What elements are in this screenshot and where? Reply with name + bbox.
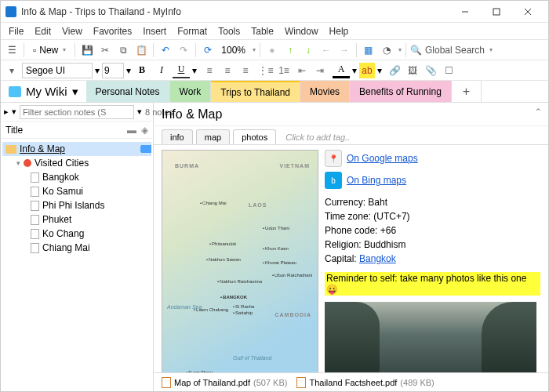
thailand-photo: [325, 302, 536, 372]
close-button[interactable]: [512, 3, 544, 20]
disc-icon[interactable]: ●: [264, 42, 280, 58]
font-size-input[interactable]: [102, 63, 124, 78]
paste-icon[interactable]: 📋: [133, 42, 149, 58]
thailand-map: BURMA VIETNAM LAOS CAMBODIA VIETNAM Chia…: [162, 150, 318, 372]
align-right-icon[interactable]: ≡: [238, 63, 253, 78]
tree-icon[interactable]: ☰: [4, 42, 20, 58]
tree-item-visited-cities[interactable]: ▾ Visited Cities: [2, 156, 151, 170]
reminder-text: Reminder to self: take many photos like …: [325, 272, 540, 296]
svg-rect-1: [493, 9, 500, 15]
tab-benefits-running[interactable]: Benefits of Running: [350, 81, 452, 102]
cut-icon[interactable]: ✂: [97, 42, 113, 58]
note-tab-photos[interactable]: photos: [233, 129, 276, 144]
underline-button[interactable]: U: [173, 63, 190, 78]
format-toolbar: ▾ ▾ ▾ B I U ▾ ≡ ≡ ≡ ⋮≡ 1≡ ⇤ ⇥ A ▾ ab ▾ 🔗…: [1, 60, 548, 81]
doc-icon: [31, 215, 39, 225]
menu-view[interactable]: View: [57, 24, 87, 38]
tree-item-bangkok[interactable]: Bangkok: [2, 170, 151, 184]
chat-icon: ▬: [127, 125, 136, 136]
image-icon[interactable]: 🖼: [405, 63, 420, 78]
refresh-icon[interactable]: ⟳: [200, 42, 216, 58]
tree-item-ko-samui[interactable]: Ko Samui: [2, 184, 151, 198]
zoom-level[interactable]: 100%: [218, 43, 249, 57]
pin-icon: [24, 159, 31, 167]
app-icon: [5, 6, 16, 17]
outdent-icon[interactable]: ⇤: [294, 63, 310, 78]
tree-item-phuket[interactable]: Phuket: [2, 212, 151, 227]
tag-icon: [140, 145, 151, 153]
global-search[interactable]: 🔍 Global Search ▾: [410, 45, 493, 56]
tag-col-icon: ◈: [141, 125, 148, 136]
align-center-icon[interactable]: ≡: [220, 63, 235, 78]
tree-item-ko-chang[interactable]: Ko Chang: [2, 227, 151, 241]
chevron-down-icon: ▾: [63, 46, 66, 53]
bing-maps-link[interactable]: b On Bing maps: [325, 172, 540, 189]
workspace-tabs: My Wiki ▾ Personal Notes Work Trips to T…: [1, 81, 548, 103]
filter-input[interactable]: [20, 105, 134, 119]
menu-favorites[interactable]: Favorites: [89, 24, 136, 38]
tool-icon[interactable]: ◔: [379, 42, 394, 58]
title-bar: Info & Map - Trips to Thailand - MyInfo: [1, 1, 548, 23]
content-pane: Info & Map ˆ info map photos Click to ad…: [154, 103, 548, 391]
add-tab-button[interactable]: +: [452, 81, 482, 102]
more-icon[interactable]: ☐: [441, 63, 456, 78]
tree-item-info-map[interactable]: Info & Map: [2, 142, 151, 156]
tongue-emoji-icon: 😛: [326, 284, 338, 295]
move-down-icon[interactable]: ↓: [300, 42, 316, 58]
note-tab-info[interactable]: info: [162, 129, 193, 144]
menu-bar: File Edit View Favorites Insert Format T…: [1, 23, 548, 40]
tab-movies[interactable]: Movies: [300, 81, 350, 102]
collapse-icon[interactable]: ˆ: [536, 107, 540, 122]
attachments-bar: Map of Thailand.pdf (507 KB) Thailand Fa…: [154, 372, 548, 391]
align-left-icon[interactable]: ≡: [202, 63, 217, 78]
move-up-icon[interactable]: ↑: [282, 42, 298, 58]
highlight-button[interactable]: ab: [359, 63, 375, 78]
attachment-factsheet-pdf[interactable]: Thailand Factsheet.pdf (489 KB): [296, 377, 434, 388]
menu-window[interactable]: Window: [280, 24, 323, 38]
note-tab-map[interactable]: map: [196, 129, 230, 144]
new-button[interactable]: ▫ New ▾: [28, 43, 71, 57]
undo-icon[interactable]: ↶: [158, 42, 173, 58]
style-dropdown[interactable]: ▾: [4, 63, 20, 78]
funnel-icon[interactable]: ▾: [12, 107, 16, 117]
tab-personal-notes[interactable]: Personal Notes: [86, 81, 170, 102]
save-icon[interactable]: 💾: [79, 42, 95, 58]
menu-format[interactable]: Format: [173, 24, 212, 38]
menu-insert[interactable]: Insert: [138, 24, 171, 38]
pdf-icon: [296, 377, 306, 388]
attach-icon[interactable]: 📎: [423, 63, 438, 78]
attachment-map-pdf[interactable]: Map of Thailand.pdf (507 KB): [162, 377, 287, 388]
menu-help[interactable]: Help: [325, 24, 354, 38]
menu-edit[interactable]: Edit: [30, 24, 56, 38]
bold-button[interactable]: B: [133, 63, 151, 78]
menu-file[interactable]: File: [4, 24, 28, 38]
copy-icon[interactable]: ⧉: [115, 42, 131, 58]
nav-fwd-icon[interactable]: →: [336, 42, 352, 58]
table-icon[interactable]: ▦: [361, 42, 376, 58]
wiki-selector[interactable]: My Wiki ▾: [1, 81, 86, 102]
maximize-button[interactable]: [481, 3, 512, 20]
google-maps-link[interactable]: 📍 On Google maps: [325, 150, 540, 167]
font-color-button[interactable]: A: [333, 63, 350, 78]
capital-link[interactable]: Bangkok: [359, 253, 396, 264]
menu-tools[interactable]: Tools: [213, 24, 245, 38]
gmaps-icon: 📍: [325, 150, 342, 167]
tab-trips-thailand[interactable]: Trips to Thailand: [211, 81, 300, 102]
bullet-list-icon[interactable]: ⋮≡: [258, 63, 274, 78]
tree-item-phi-phi[interactable]: Phi Phi Islands: [2, 198, 151, 212]
nav-back-icon[interactable]: ←: [318, 42, 334, 58]
font-family-input[interactable]: [22, 63, 93, 78]
tree-header[interactable]: Title ▬◈: [1, 122, 153, 139]
menu-table[interactable]: Table: [246, 24, 278, 38]
link-icon[interactable]: 🔗: [387, 63, 402, 78]
minimize-button[interactable]: [449, 3, 481, 20]
italic-button[interactable]: I: [153, 63, 170, 78]
redo-icon[interactable]: ↷: [176, 42, 191, 58]
number-list-icon[interactable]: 1≡: [276, 63, 292, 78]
filter-icon[interactable]: ▸: [4, 107, 9, 117]
add-tag-button[interactable]: Click to add tag..: [279, 130, 356, 144]
tab-work[interactable]: Work: [170, 81, 212, 102]
indent-icon[interactable]: ⇥: [312, 63, 328, 78]
tree-item-chiang-mai[interactable]: Chiang Mai: [2, 241, 151, 255]
note-tabs: info map photos Click to add tag..: [154, 126, 548, 145]
